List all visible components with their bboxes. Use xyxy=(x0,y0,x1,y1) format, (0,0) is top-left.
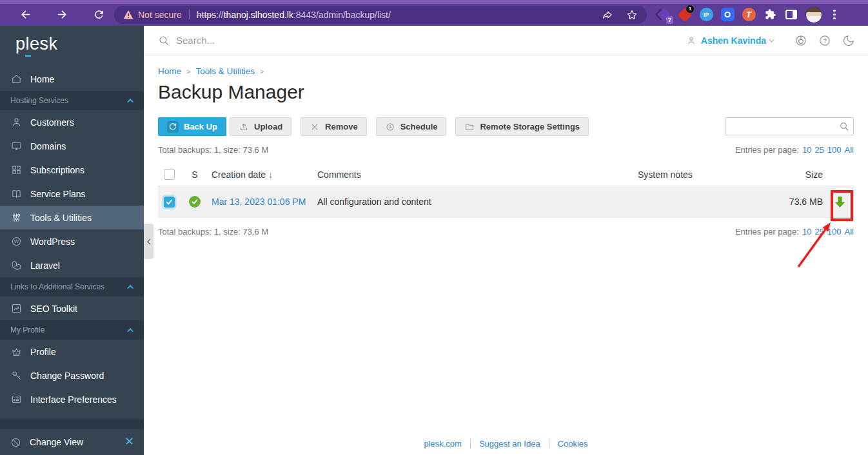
dark-mode-moon-icon[interactable] xyxy=(842,34,855,47)
side-panel-icon[interactable] xyxy=(784,8,798,22)
schedule-button[interactable]: Schedule xyxy=(376,117,447,136)
column-creation-date[interactable]: Creation date↓ xyxy=(207,169,313,180)
breadcrumb-separator: > xyxy=(260,68,264,75)
sidebar-item-tools-utilities[interactable]: Tools & Utilities xyxy=(0,206,144,229)
change-view-icon xyxy=(10,437,21,448)
remote-storage-settings-button[interactable]: Remote Storage Settings xyxy=(455,117,589,136)
change-view-button[interactable]: Change View xyxy=(0,429,144,455)
entries-100-link[interactable]: 100 xyxy=(827,145,842,155)
breadcrumb-home[interactable]: Home xyxy=(158,66,181,76)
share-icon[interactable] xyxy=(602,9,613,21)
sidebar-item-domains[interactable]: Domains xyxy=(0,134,144,158)
monitor-icon xyxy=(11,140,22,151)
sidebar-item-customers[interactable]: Customers xyxy=(0,110,144,134)
column-comments[interactable]: Comments xyxy=(313,169,633,180)
breadcrumb-tools-utilities[interactable]: Tools & Utilities xyxy=(195,66,255,76)
extension-o-icon[interactable]: O xyxy=(720,8,735,22)
back-icon[interactable] xyxy=(19,8,32,21)
sidebar-item-home[interactable]: Home xyxy=(0,67,144,91)
entries-per-page: Entries per page:1025100All xyxy=(735,227,854,237)
browser-toolbar: Not secure https://thanoj.slhosted.lk:84… xyxy=(0,0,868,26)
url-divider xyxy=(189,10,190,19)
entries-10-link[interactable]: 10 xyxy=(802,145,811,155)
table-header: S Creation date↓ Comments System notes S… xyxy=(158,163,854,186)
column-status[interactable]: S xyxy=(182,169,207,180)
url-text[interactable]: https://thanoj.slhosted.lk:8443/admin/ba… xyxy=(197,10,391,20)
section-label: Links to Additional Services xyxy=(10,282,104,291)
sidebar-section-links-additional[interactable]: Links to Additional Services xyxy=(0,277,144,296)
folder-icon xyxy=(464,122,475,132)
sidebar-item-wordpress[interactable]: W WordPress xyxy=(0,229,144,253)
address-bar[interactable]: Not secure https://thanoj.slhosted.lk:84… xyxy=(114,6,647,24)
sidebar-item-profile[interactable]: Profile xyxy=(0,340,144,363)
sidebar-section-hosting-services[interactable]: Hosting Services xyxy=(0,91,144,110)
entries-10-link[interactable]: 10 xyxy=(802,227,811,237)
schedule-label: Schedule xyxy=(400,122,438,131)
global-search-input[interactable] xyxy=(176,35,382,46)
section-label: My Profile xyxy=(10,325,44,334)
footer-suggest-idea-link[interactable]: Suggest an Idea xyxy=(470,439,549,449)
entries-all-link[interactable]: All xyxy=(845,145,854,155)
bookmark-star-icon[interactable] xyxy=(626,9,638,21)
sidebar-item-subscriptions[interactable]: Subscriptions xyxy=(0,158,144,182)
breadcrumb-separator: > xyxy=(186,68,190,75)
t-label: T xyxy=(742,8,756,21)
forward-icon[interactable] xyxy=(56,8,68,21)
sidebar-item-change-password[interactable]: Change Password xyxy=(0,363,144,387)
browser-profile-avatar[interactable] xyxy=(805,6,822,23)
sidebar-section-my-profile[interactable]: My Profile xyxy=(0,320,144,340)
column-size[interactable]: Size xyxy=(782,169,825,180)
url-scheme: https xyxy=(197,10,216,20)
extension-t-icon[interactable]: T xyxy=(742,8,756,22)
sidebar-item-laravel[interactable]: Laravel xyxy=(0,253,144,277)
grid-icon xyxy=(11,164,22,175)
extensions-puzzle-icon[interactable] xyxy=(763,8,777,22)
not-secure-label[interactable]: Not secure xyxy=(138,10,182,20)
browser-menu-icon[interactable] xyxy=(831,10,838,20)
list-search-input[interactable] xyxy=(725,117,854,135)
upload-button[interactable]: Upload xyxy=(230,117,291,136)
url-separator: :// xyxy=(216,10,224,20)
download-icon[interactable] xyxy=(834,195,846,208)
backup-date-link[interactable]: Mar 13, 2023 01:06 PM xyxy=(212,197,306,207)
extension-badge-7: 7 xyxy=(666,16,673,24)
select-all-checkbox[interactable] xyxy=(164,169,175,180)
sidebar-item-label: Tools & Utilities xyxy=(30,213,92,223)
plesk-topbar: Ashen Kavinda ? xyxy=(144,26,868,55)
entries-25-link[interactable]: 25 xyxy=(814,227,824,237)
sidebar-collapse-handle[interactable] xyxy=(144,224,153,259)
backup-icon xyxy=(167,121,179,133)
extension-purple-icon[interactable]: 7 xyxy=(656,8,671,22)
ball-icon[interactable] xyxy=(794,34,807,47)
chevron-up-icon xyxy=(127,284,133,291)
entries-all-link[interactable]: All xyxy=(845,227,854,237)
search-icon[interactable] xyxy=(839,121,849,131)
row-checkbox[interactable] xyxy=(164,197,175,208)
extension-ip-icon[interactable]: IP xyxy=(699,8,713,22)
extension-red-icon[interactable]: 1 xyxy=(678,8,692,22)
user-menu[interactable]: Ashen Kavinda xyxy=(686,35,774,46)
sidebar-item-service-plans[interactable]: Service Plans xyxy=(0,182,144,206)
entries-100-link[interactable]: 100 xyxy=(827,227,842,237)
plesk-logo[interactable]: plesk xyxy=(0,26,144,62)
url-host: thanoj.slhosted.lk xyxy=(224,10,293,20)
reload-icon[interactable] xyxy=(93,8,105,21)
back-up-button[interactable]: Back Up xyxy=(158,117,226,136)
ip-label: IP xyxy=(700,8,713,21)
footer-plesk-com-link[interactable]: plesk.com xyxy=(415,439,470,449)
remove-button[interactable]: Remove xyxy=(301,117,367,136)
user-name: Ashen Kavinda xyxy=(701,35,766,46)
help-icon[interactable]: ? xyxy=(818,34,831,47)
breadcrumb: Home > Tools & Utilities > xyxy=(158,66,854,76)
column-system-notes[interactable]: System notes xyxy=(633,169,782,180)
o-label: O xyxy=(721,8,735,21)
sidebar-item-seo-toolkit[interactable]: SEO Toolkit xyxy=(0,296,144,320)
footer-cookies-link[interactable]: Cookies xyxy=(549,439,597,449)
sliders-icon xyxy=(11,212,22,223)
sidebar-item-label: Customers xyxy=(30,117,74,128)
close-icon[interactable] xyxy=(125,437,133,447)
entries-25-link[interactable]: 25 xyxy=(814,145,824,155)
sidebar-item-interface-preferences[interactable]: Interface Preferences xyxy=(0,387,144,411)
status-ok-icon xyxy=(189,196,201,208)
sidebar-item-label: Subscriptions xyxy=(30,165,84,175)
